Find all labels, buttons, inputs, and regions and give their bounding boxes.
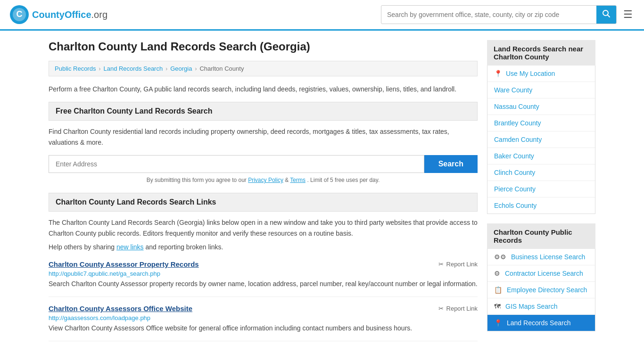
global-search-input[interactable] bbox=[381, 7, 596, 22]
nearby-list: 📍 Use My Location Ware County Nassau Cou… bbox=[487, 66, 595, 214]
links-section-header: Charlton County Land Records Search Link… bbox=[49, 193, 478, 212]
sidebar-item-clinch[interactable]: Clinch County bbox=[487, 165, 595, 181]
pierce-county-link[interactable]: Pierce County bbox=[494, 185, 536, 193]
search-button[interactable]: Search bbox=[424, 155, 478, 173]
page-title: Charlton County Land Records Search (Geo… bbox=[49, 40, 478, 53]
record-link-item: Charlton County Assessor Property Record… bbox=[49, 260, 478, 297]
address-search-row: Search bbox=[49, 155, 478, 173]
links-section: Charlton County Land Records Search Link… bbox=[49, 193, 478, 341]
help-text: Help others by sharing new links and rep… bbox=[49, 243, 478, 251]
sidebar-item-nassau[interactable]: Nassau County bbox=[487, 99, 595, 115]
header-right: ☰ bbox=[381, 5, 635, 24]
nearby-section-header: Land Records Search near Charlton County bbox=[487, 40, 595, 66]
main-container: Charlton County Land Records Search (Geo… bbox=[39, 31, 605, 358]
breadcrumb-georgia[interactable]: Georgia bbox=[170, 65, 192, 72]
sidebar-item-gis-maps[interactable]: 🗺 GIS Maps Search bbox=[487, 298, 595, 315]
clinch-county-link[interactable]: Clinch County bbox=[494, 169, 535, 176]
record-link-header-1: Charlton County Assessor Property Record… bbox=[49, 260, 478, 268]
ware-county-link[interactable]: Ware County bbox=[494, 86, 532, 94]
links-description: The Charlton County Land Records Search … bbox=[49, 217, 478, 239]
sidebar-item-business-license[interactable]: ⚙⚙ Business License Search bbox=[487, 249, 595, 265]
public-records-section: Charlton County Public Records ⚙⚙ Busine… bbox=[487, 223, 595, 331]
sidebar-item-baker[interactable]: Baker County bbox=[487, 148, 595, 165]
use-my-location-item[interactable]: 📍 Use My Location bbox=[487, 66, 595, 82]
free-search-header: Free Charlton County Land Records Search bbox=[49, 102, 478, 121]
gear-icon-2: ⚙ bbox=[494, 270, 500, 277]
logo-icon: C bbox=[9, 5, 29, 25]
sidebar-item-echols[interactable]: Echols County bbox=[487, 197, 595, 214]
record-link-title-1[interactable]: Charlton County Assessor Property Record… bbox=[49, 260, 199, 268]
sidebar-item-contractor-license[interactable]: ⚙ Contractor License Search bbox=[487, 265, 595, 282]
sidebar-item-camden[interactable]: Camden County bbox=[487, 132, 595, 148]
contractor-license-link[interactable]: Contractor License Search bbox=[505, 270, 583, 277]
use-my-location-link[interactable]: Use My Location bbox=[506, 70, 555, 77]
record-desc-2: View Charlton County Assessors Office we… bbox=[49, 323, 478, 333]
sidebar-item-brantley[interactable]: Brantley County bbox=[487, 115, 595, 132]
global-search-button[interactable] bbox=[596, 6, 616, 24]
nassau-county-link[interactable]: Nassau County bbox=[494, 103, 539, 110]
content-area: Charlton County Land Records Search (Geo… bbox=[49, 40, 478, 349]
breadcrumb-current: Charlton County bbox=[199, 65, 244, 72]
brantley-county-link[interactable]: Brantley County bbox=[494, 119, 541, 127]
record-url-2[interactable]: http://gaassessors.com/loadpage.php bbox=[49, 314, 478, 321]
logo[interactable]: C CountyOffice.org bbox=[9, 5, 107, 25]
breadcrumb-land-records[interactable]: Land Records Search bbox=[103, 65, 163, 72]
sidebar-item-pierce[interactable]: Pierce County bbox=[487, 181, 595, 197]
breadcrumb-sep-1: › bbox=[99, 66, 100, 72]
report-link-btn-1[interactable]: ✂ Report Link bbox=[438, 261, 478, 268]
svg-text:C: C bbox=[17, 9, 23, 19]
camden-county-link[interactable]: Camden County bbox=[494, 136, 542, 143]
global-search-bar bbox=[381, 5, 617, 24]
public-records-section-header: Charlton County Public Records bbox=[487, 223, 595, 249]
public-records-list: ⚙⚙ Business License Search ⚙ Contractor … bbox=[487, 249, 595, 331]
new-links-link[interactable]: new links bbox=[116, 243, 144, 251]
breadcrumb: Public Records › Land Records Search › G… bbox=[49, 61, 478, 76]
breadcrumb-sep-3: › bbox=[195, 66, 197, 72]
terms-link[interactable]: Terms bbox=[290, 177, 305, 183]
privacy-policy-link[interactable]: Privacy Policy bbox=[248, 177, 283, 183]
header: C CountyOffice.org ☰ bbox=[0, 0, 644, 31]
record-link-item-2: Charlton County Assessors Office Website… bbox=[49, 304, 478, 341]
logo-text: CountyOffice.org bbox=[32, 9, 107, 20]
land-records-link[interactable]: Land Records Search bbox=[507, 319, 570, 327]
address-input[interactable] bbox=[49, 155, 424, 173]
book-icon: 📋 bbox=[494, 286, 502, 294]
location-icon: 📍 bbox=[494, 70, 502, 77]
breadcrumb-sep-2: › bbox=[165, 66, 167, 72]
menu-icon[interactable]: ☰ bbox=[621, 7, 635, 23]
form-disclaimer: By submitting this form you agree to our… bbox=[49, 177, 478, 183]
land-icon: 📍 bbox=[494, 319, 502, 327]
record-link-header-2: Charlton County Assessors Office Website… bbox=[49, 304, 478, 313]
address-search-form: Search By submitting this form you agree… bbox=[49, 155, 478, 183]
breadcrumb-public-records[interactable]: Public Records bbox=[55, 65, 96, 72]
nearby-section: Land Records Search near Charlton County… bbox=[487, 40, 595, 214]
sidebar-item-employee-directory[interactable]: 📋 Employee Directory Search bbox=[487, 282, 595, 298]
employee-directory-link[interactable]: Employee Directory Search bbox=[507, 286, 587, 294]
svg-line-4 bbox=[608, 15, 610, 17]
gis-maps-link[interactable]: GIS Maps Search bbox=[505, 303, 558, 310]
sidebar: Land Records Search near Charlton County… bbox=[487, 40, 595, 349]
business-license-link[interactable]: Business License Search bbox=[511, 253, 585, 261]
map-icon: 🗺 bbox=[494, 303, 501, 310]
sidebar-item-land-records[interactable]: 📍 Land Records Search bbox=[487, 315, 595, 331]
report-icon-2: ✂ bbox=[438, 305, 444, 312]
report-icon-1: ✂ bbox=[438, 261, 444, 268]
gear-icon-1: ⚙⚙ bbox=[494, 253, 506, 261]
free-search-description: Find Charlton County residential land re… bbox=[49, 126, 478, 148]
sidebar-item-ware[interactable]: Ware County bbox=[487, 82, 595, 99]
intro-description: Perform a free Charlton County, GA publi… bbox=[49, 84, 478, 94]
baker-county-link[interactable]: Baker County bbox=[494, 152, 534, 160]
record-link-title-2[interactable]: Charlton County Assessors Office Website bbox=[49, 304, 192, 313]
record-url-1[interactable]: http://qpublic7.qpublic.net/ga_search.ph… bbox=[49, 270, 478, 277]
echols-county-link[interactable]: Echols County bbox=[494, 202, 537, 209]
record-desc-1: Search Charlton County Assessor property… bbox=[49, 279, 478, 289]
report-link-btn-2[interactable]: ✂ Report Link bbox=[438, 305, 478, 312]
